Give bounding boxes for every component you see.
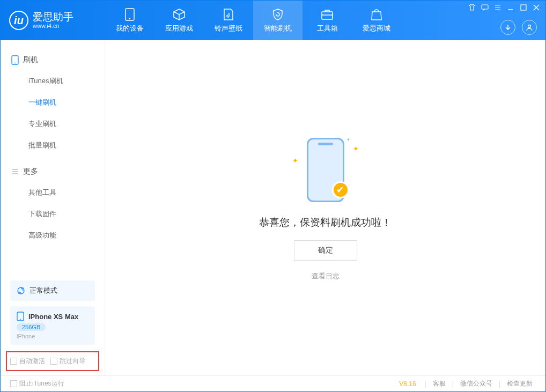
tab-smart-flash[interactable]: 智能刷机 xyxy=(253,1,302,40)
sidebar-item-pro-flash[interactable]: 专业刷机 xyxy=(1,113,105,135)
confirm-button[interactable]: 确定 xyxy=(294,240,357,261)
shield-refresh-icon xyxy=(271,8,285,21)
success-message: 恭喜您，保资料刷机成功啦！ xyxy=(259,216,392,230)
check-update-link[interactable]: 检查更新 xyxy=(504,379,536,388)
app-name: 爱思助手 xyxy=(33,12,73,23)
sidebar-section-flash: 刷机 xyxy=(1,50,105,70)
phone-small-icon xyxy=(17,312,24,321)
svg-point-10 xyxy=(20,319,21,320)
checkbox-skip-guide[interactable]: 跳过向导 xyxy=(50,357,85,366)
svg-point-5 xyxy=(528,25,531,28)
sidebar-item-oneclick-flash[interactable]: 一键刷机 xyxy=(1,92,105,113)
app-header: iu 爱思助手 www.i4.cn 我的设备 应用游戏 铃声壁纸 智能刷机 工具… xyxy=(1,1,545,40)
sidebar-item-itunes-flash[interactable]: iTunes刷机 xyxy=(1,70,105,92)
account-button[interactable] xyxy=(522,20,537,35)
bag-icon xyxy=(370,8,383,21)
checkbox-block-itunes[interactable]: 阻止iTunes运行 xyxy=(10,379,64,388)
cube-icon xyxy=(172,8,186,21)
sidebar-item-other-tools[interactable]: 其他工具 xyxy=(1,182,105,203)
tab-my-device[interactable]: 我的设备 xyxy=(105,1,154,40)
maximize-icon[interactable] xyxy=(520,4,527,11)
tab-store[interactable]: 爱思商城 xyxy=(352,1,401,40)
tab-ringtone[interactable]: 铃声壁纸 xyxy=(204,1,253,40)
device-info[interactable]: iPhone XS Max 256GB iPhone xyxy=(10,306,95,345)
sidebar-section-more: 更多 xyxy=(1,161,105,182)
nav-tabs: 我的设备 应用游戏 铃声壁纸 智能刷机 工具箱 爱思商城 xyxy=(105,1,401,40)
svg-rect-2 xyxy=(322,12,333,19)
menu-icon[interactable] xyxy=(494,4,501,11)
refresh-icon xyxy=(17,286,25,295)
sidebar: 刷机 iTunes刷机 一键刷机 专业刷机 批量刷机 更多 其他工具 下载固件 … xyxy=(1,40,105,375)
svg-point-7 xyxy=(14,63,16,64)
sparkle-icon: ✦ xyxy=(292,157,298,165)
tshirt-icon[interactable] xyxy=(468,4,476,11)
status-bar: 阻止iTunes运行 V8.16 | 客服 | 微信公众号 | 检查更新 xyxy=(1,375,545,391)
header-actions xyxy=(500,20,537,35)
tab-toolbox[interactable]: 工具箱 xyxy=(302,1,352,40)
checkbox-auto-activate[interactable]: 自动激活 xyxy=(10,357,45,366)
sparkle-icon: ✦ xyxy=(346,137,350,142)
main-content: ✦ ✦ ✦ ✔ 恭喜您，保资料刷机成功啦！ 确定 查看日志 xyxy=(105,40,545,375)
music-file-icon xyxy=(222,8,235,21)
svg-rect-3 xyxy=(482,5,488,9)
svg-rect-4 xyxy=(521,5,526,10)
sparkle-icon: ✦ xyxy=(353,145,359,153)
list-icon xyxy=(11,168,19,175)
device-icon xyxy=(11,55,19,65)
svg-point-1 xyxy=(129,18,130,19)
device-type: iPhone xyxy=(17,333,88,339)
download-button[interactable] xyxy=(500,20,515,35)
version-label: V8.16 xyxy=(399,380,416,388)
view-log-link[interactable]: 查看日志 xyxy=(312,271,340,281)
mode-indicator[interactable]: 正常模式 xyxy=(10,280,95,301)
device-name: iPhone XS Max xyxy=(28,313,78,321)
support-link[interactable]: 客服 xyxy=(430,379,449,388)
window-controls xyxy=(468,4,540,11)
flash-options-highlight: 自动激活 跳过向导 xyxy=(6,351,99,371)
minimize-icon[interactable] xyxy=(507,4,514,11)
logo: iu 爱思助手 www.i4.cn xyxy=(1,1,105,40)
close-icon[interactable] xyxy=(533,4,540,11)
sidebar-item-download-firmware[interactable]: 下载固件 xyxy=(1,203,105,225)
success-illustration: ✦ ✦ ✦ ✔ xyxy=(283,135,368,205)
wechat-link[interactable]: 微信公众号 xyxy=(457,379,496,388)
briefcase-icon xyxy=(320,8,334,21)
sidebar-item-batch-flash[interactable]: 批量刷机 xyxy=(1,135,105,156)
feedback-icon[interactable] xyxy=(481,4,489,11)
device-storage: 256GB xyxy=(17,323,46,331)
phone-icon xyxy=(123,8,137,21)
logo-icon: iu xyxy=(9,11,28,30)
tab-apps[interactable]: 应用游戏 xyxy=(154,1,204,40)
sidebar-item-advanced[interactable]: 高级功能 xyxy=(1,225,105,246)
app-url: www.i4.cn xyxy=(33,23,73,29)
check-badge-icon: ✔ xyxy=(332,181,349,198)
